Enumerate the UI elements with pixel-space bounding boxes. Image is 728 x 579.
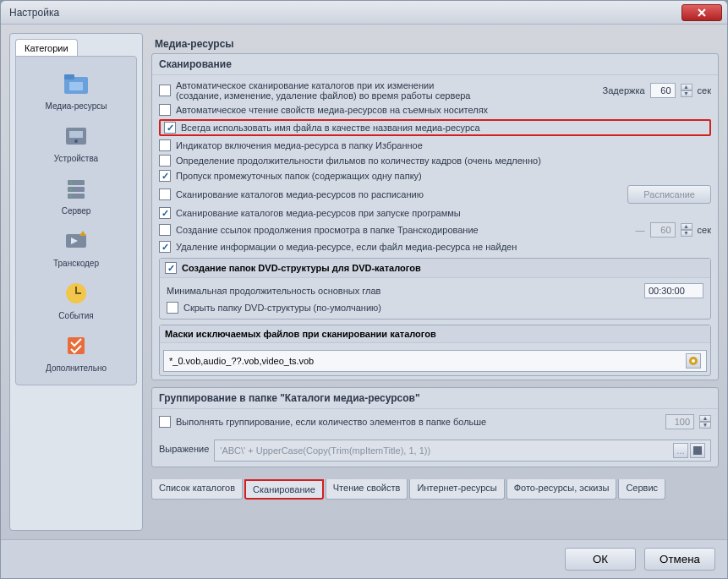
sidebar-item-server[interactable]: Сервер (16, 168, 136, 221)
scanning-title: Сканирование (152, 54, 718, 75)
schedule-scan-label: Сканирование каталогов медиа-ресурсов по… (176, 189, 424, 199)
create-links-unit: сек (698, 225, 711, 235)
checkbox-create-links[interactable] (159, 224, 171, 236)
category-panel: Медиа-ресурсы Устройства Сервер (15, 56, 137, 385)
expr-button-2[interactable] (690, 443, 705, 458)
checkbox-grouping-enable[interactable] (159, 416, 171, 428)
checkbox-hide-dvd[interactable] (167, 302, 178, 314)
svg-point-18 (692, 359, 695, 363)
checkbox-auto-scan[interactable] (159, 85, 171, 96)
masks-edit-button[interactable] (686, 353, 701, 369)
events-icon (61, 278, 91, 309)
sidebar-item-label: Устройства (54, 154, 98, 163)
grouping-title: Группирование в папке "Каталоги медиа-ре… (152, 388, 718, 409)
checkbox-startup-scan[interactable] (159, 207, 171, 219)
main-panel: Медиа-ресурсы Сканирование Автоматическо… (151, 33, 719, 531)
masks-input[interactable]: *_0.vob,audio_??.vob,video_ts.vob (163, 350, 707, 372)
checkbox-use-filename[interactable] (164, 122, 176, 134)
delay-spinner[interactable]: ▲▼ (681, 84, 692, 97)
checkbox-schedule-scan[interactable] (159, 188, 171, 200)
transcoder-icon (61, 226, 91, 256)
checkbox-fav-indicator[interactable] (159, 139, 171, 151)
delay-input[interactable]: 60 (650, 83, 676, 98)
ok-button[interactable]: ОК (565, 548, 636, 571)
window-title: Настройка (9, 7, 59, 19)
tab-service[interactable]: Сервис (618, 479, 665, 500)
masks-subgroup: Маски исключаемых файлов при сканировани… (159, 325, 711, 376)
expr-button-1[interactable]: … (673, 443, 688, 458)
svg-rect-4 (69, 131, 83, 138)
sidebar-item-transcoder[interactable]: Транскодер (16, 221, 136, 273)
grouping-enable-label: Выполнять группирование, если количество… (176, 417, 486, 427)
server-icon (61, 173, 91, 204)
grouping-spinner: ▲▼ (699, 415, 711, 429)
close-icon (697, 8, 707, 18)
titlebar: Настройка (1, 1, 727, 25)
checkbox-skip-intermediate[interactable] (159, 170, 171, 182)
sidebar: Категории Медиа-ресурсы Устройства (9, 33, 143, 531)
auto-scan-label: Автоматическое сканирование каталогов пр… (176, 80, 480, 101)
tab-scanning[interactable]: Сканирование (244, 479, 324, 500)
sidebar-tab[interactable]: Категории (15, 39, 78, 57)
dvd-subgroup: Создание папок DVD-структуры для DVD-кат… (159, 258, 711, 320)
svg-point-5 (74, 139, 78, 143)
svg-point-11 (70, 195, 72, 197)
sidebar-item-events[interactable]: События (16, 273, 136, 325)
sidebar-item-label: Медиа-ресурсы (46, 101, 107, 111)
grouping-group: Группирование в папке "Каталоги медиа-ре… (151, 387, 719, 467)
auto-read-label: Автоматическое чтение свойств медиа-ресу… (176, 105, 488, 115)
page-title: Медиа-ресурсы (151, 33, 719, 53)
footer: ОК Отмена (1, 539, 727, 578)
startup-scan-label: Сканирование каталогов медиа-ресурсов пр… (176, 208, 461, 218)
sidebar-item-label: Транскодер (53, 259, 99, 268)
folder-icon (61, 68, 91, 99)
settings-window: Настройка Категории Медиа-ресурсы (0, 0, 728, 579)
svg-point-10 (70, 188, 72, 190)
checkbox-dvd-structure[interactable] (165, 262, 177, 274)
svg-point-9 (70, 182, 72, 183)
sidebar-item-media[interactable]: Медиа-ресурсы (16, 63, 136, 116)
sidebar-item-extra[interactable]: Дополнительно (16, 325, 136, 378)
checkbox-duration-frames[interactable] (159, 155, 171, 167)
grouping-expr-input: 'ABC\' + UpperCase(Copy(Trim(mpItemTitle… (214, 440, 711, 462)
create-links-label: Создание ссылок продолжения просмотра в … (176, 225, 479, 235)
fav-indicator-label: Индикатор включения медиа-ресурса в папк… (176, 140, 423, 150)
tab-catalog-list[interactable]: Список каталогов (151, 479, 243, 500)
sidebar-item-label: Дополнительно (46, 363, 107, 373)
remove-missing-label: Удаление информации о медиа-ресурсе, есл… (176, 242, 517, 252)
grouping-expr-label: Выражение (159, 444, 209, 454)
tab-internet[interactable]: Интернет-ресурсы (409, 479, 504, 500)
grouping-threshold: 100 (665, 414, 694, 429)
hide-dvd-label: Скрыть папку DVD-структуры (по-умолчанию… (183, 303, 381, 313)
svg-rect-15 (75, 292, 81, 294)
checkbox-auto-read[interactable] (159, 104, 171, 116)
dvd-min-duration-label: Минимальная продолжительность основных г… (167, 286, 380, 296)
delay-unit: сек (698, 85, 711, 96)
svg-rect-2 (69, 82, 83, 90)
tab-photo[interactable]: Фото-ресурсы, эскизы (506, 479, 617, 500)
sidebar-item-label: Сервер (62, 206, 91, 216)
extra-icon (61, 330, 91, 361)
cancel-button[interactable]: Отмена (644, 548, 715, 571)
schedule-button[interactable]: Расписание (627, 185, 711, 204)
svg-rect-19 (693, 446, 702, 455)
devices-icon (61, 121, 91, 151)
scanning-group: Сканирование Автоматическое сканирование… (151, 53, 719, 380)
create-links-spinner: ▲▼ (681, 223, 692, 237)
duration-frames-label: Определение продолжительности фильмов по… (176, 156, 541, 166)
use-filename-label: Всегда использовать имя файла в качестве… (181, 123, 480, 133)
bottom-tabs: Список каталогов Сканирование Чтение сво… (151, 479, 719, 500)
sidebar-item-devices[interactable]: Устройства (16, 116, 136, 168)
close-button[interactable] (681, 4, 722, 21)
tab-read-props[interactable]: Чтение свойств (326, 479, 408, 500)
dvd-min-duration-input[interactable]: 00:30:00 (644, 283, 703, 298)
skip-intermediate-label: Пропуск промежуточных папок (содержащих … (176, 171, 422, 181)
dvd-title: Создание папок DVD-структуры для DVD-кат… (182, 263, 421, 273)
create-links-delay: 60 (650, 222, 676, 238)
masks-title: Маски исключаемых файлов при сканировани… (165, 329, 436, 339)
svg-rect-1 (64, 74, 74, 79)
sidebar-item-label: События (58, 311, 93, 320)
checkbox-remove-missing[interactable] (159, 241, 171, 253)
delay-label: Задержка (603, 85, 645, 96)
